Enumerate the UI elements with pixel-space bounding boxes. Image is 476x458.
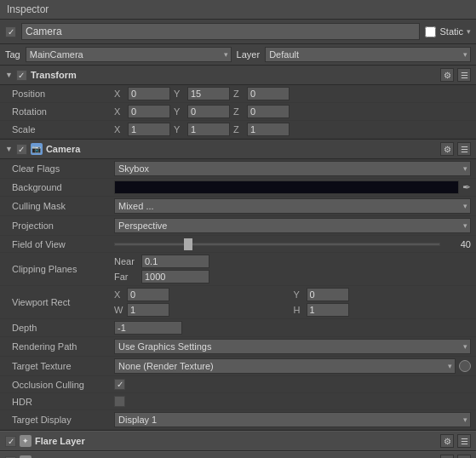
gui-layer-header[interactable]: ⊞ GUI Layer ⚙ ☰ [0, 451, 476, 458]
rot-z-input[interactable] [247, 105, 290, 118]
fov-slider-wrap: 40 [114, 239, 471, 249]
clear-flags-dropdown-wrap[interactable]: Skybox [114, 161, 471, 176]
rotation-xyz: X Y Z [114, 105, 290, 118]
gui-menu-icon[interactable]: ☰ [457, 455, 471, 458]
pos-x-label: X [114, 89, 124, 99]
scale-y-label: Y [174, 124, 184, 135]
static-checkbox[interactable] [425, 26, 436, 37]
position-value: X Y Z [114, 87, 471, 100]
camera-section: ▼ 📷 Camera ⚙ ☰ Clear Flags Skybox [0, 140, 476, 431]
near-far-fields: Near Far [114, 255, 209, 283]
pos-y-input[interactable] [187, 87, 230, 100]
viewport-rect-row: Viewport Rect X Y W [0, 286, 476, 319]
flare-menu-icon[interactable]: ☰ [457, 434, 471, 448]
vp-y-input[interactable] [307, 288, 349, 301]
vp-h-cell: H [294, 303, 472, 317]
rot-x-input[interactable] [128, 105, 170, 118]
occlusion-culling-value [114, 379, 471, 390]
rendering-path-dropdown-wrap[interactable]: Use Graphics Settings [114, 339, 471, 354]
vp-w-input[interactable] [127, 303, 169, 317]
clear-flags-select[interactable]: Skybox [114, 161, 471, 176]
far-input[interactable] [141, 270, 209, 283]
vp-y-cell: Y [294, 288, 472, 301]
transform-header[interactable]: ▼ Transform ⚙ ☰ [0, 66, 476, 85]
occlusion-culling-checkbox[interactable] [114, 379, 125, 390]
target-texture-picker-icon[interactable] [459, 360, 471, 372]
rot-y-input[interactable] [187, 105, 230, 118]
layer-select[interactable]: Default [265, 47, 471, 62]
static-dropdown-arrow[interactable]: ▾ [467, 27, 471, 36]
depth-input[interactable] [114, 321, 182, 335]
depth-label: Depth [12, 323, 114, 333]
hdr-row: HDR [0, 393, 476, 410]
flare-settings-icon[interactable]: ⚙ [440, 434, 454, 448]
camera-settings-icon[interactable]: ⚙ [440, 142, 454, 156]
position-label: Position [12, 89, 114, 99]
rendering-path-select[interactable]: Use Graphics Settings [114, 339, 471, 354]
transform-section-icons: ⚙ ☰ [440, 68, 471, 82]
camera-header[interactable]: ▼ 📷 Camera ⚙ ☰ [0, 140, 476, 159]
rendering-path-label: Rendering Path [12, 341, 114, 352]
far-row: Far [114, 270, 209, 283]
transform-section: ▼ Transform ⚙ ☰ Position X Y [0, 66, 476, 140]
flare-layer-header[interactable]: ✦ Flare Layer ⚙ ☰ [0, 431, 476, 451]
target-texture-row: Target Texture None (Render Texture) [0, 357, 476, 376]
vp-x-cell: X [114, 288, 292, 301]
rotation-label: Rotation [12, 106, 114, 117]
clipping-planes-label: Clipping Planes [12, 264, 114, 274]
culling-mask-label: Culling Mask [12, 201, 114, 211]
eyedropper-icon[interactable]: ✒ [462, 181, 471, 193]
gui-settings-icon[interactable]: ⚙ [440, 455, 454, 458]
vp-w-label: W [114, 305, 124, 315]
camera-section-icons: ⚙ ☰ [440, 142, 471, 156]
inspector-scroll[interactable]: Static ▾ Tag MainCamera Layer Default [0, 20, 476, 458]
layer-dropdown-wrap[interactable]: Default [265, 47, 471, 62]
near-label: Near [114, 256, 138, 266]
rendering-path-row: Rendering Path Use Graphics Settings [0, 337, 476, 357]
fov-value: 40 [445, 239, 471, 249]
scale-xyz: X Y Z [114, 123, 290, 136]
projection-dropdown-wrap[interactable]: Perspective [114, 218, 471, 233]
clear-flags-row: Clear Flags Skybox [0, 159, 476, 179]
object-active-checkbox[interactable] [5, 26, 16, 37]
scale-value: X Y Z [114, 123, 471, 136]
scale-z-input[interactable] [247, 123, 290, 136]
tag-layer-row: Tag MainCamera Layer Default [0, 44, 476, 66]
target-texture-dropdown-wrap[interactable]: None (Render Texture) [114, 358, 456, 374]
viewport-rect-fields: X Y W H [114, 288, 471, 317]
culling-mask-dropdown-wrap[interactable]: Mixed ... [114, 198, 471, 214]
camera-enable-checkbox[interactable] [16, 144, 27, 155]
occlusion-culling-label: Occlusion Culling [12, 380, 114, 390]
position-xyz: X Y Z [114, 87, 290, 100]
flare-layer-checkbox[interactable] [5, 436, 16, 447]
tag-select[interactable]: MainCamera [26, 47, 232, 62]
transform-title: Transform [31, 70, 77, 80]
depth-row: Depth [0, 319, 476, 337]
object-name-input[interactable] [21, 23, 420, 40]
target-texture-value: None (Render Texture) [114, 358, 471, 374]
transform-settings-icon[interactable]: ⚙ [440, 68, 454, 82]
transform-enable-checkbox[interactable] [16, 70, 27, 81]
near-input[interactable] [141, 255, 209, 268]
scale-x-input[interactable] [128, 123, 170, 136]
transform-menu-icon[interactable]: ☰ [457, 68, 471, 82]
projection-row: Projection Perspective [0, 216, 476, 236]
vp-w-cell: W [114, 303, 292, 317]
projection-select[interactable]: Perspective [114, 218, 471, 233]
hdr-checkbox[interactable] [114, 396, 125, 407]
target-texture-select[interactable]: None (Render Texture) [114, 358, 456, 374]
vp-x-input[interactable] [127, 288, 169, 301]
tag-dropdown-wrap[interactable]: MainCamera [26, 47, 232, 62]
target-display-dropdown-wrap[interactable]: Display 1 [114, 412, 471, 427]
target-display-select[interactable]: Display 1 [114, 412, 471, 427]
transform-collapse-arrow: ▼ [5, 71, 13, 79]
pos-z-input[interactable] [247, 87, 290, 100]
vp-h-input[interactable] [307, 303, 349, 317]
fov-slider[interactable] [114, 243, 440, 246]
culling-mask-select[interactable]: Mixed ... [114, 198, 471, 214]
rot-x-label: X [114, 106, 124, 117]
camera-menu-icon[interactable]: ☰ [457, 142, 471, 156]
pos-x-input[interactable] [128, 87, 170, 100]
scale-y-input[interactable] [187, 123, 230, 136]
background-color-box[interactable] [114, 180, 459, 194]
